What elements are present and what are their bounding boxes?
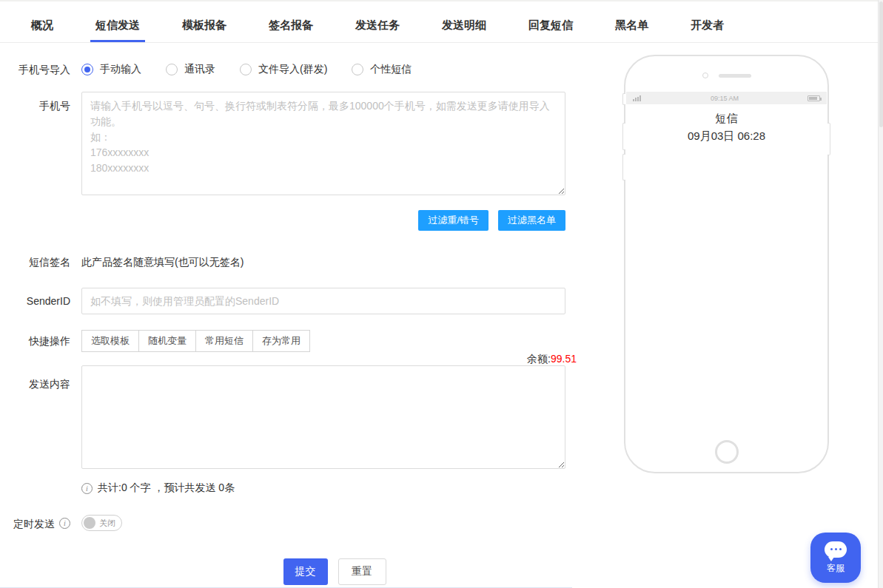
import-mode-label: 手机号导入 bbox=[0, 62, 81, 77]
battery-icon bbox=[808, 95, 820, 101]
radio-manual-input[interactable]: 手动输入 bbox=[81, 63, 141, 76]
tab-template-filing[interactable]: 模板报备 bbox=[182, 1, 226, 42]
phone-numbers-textarea[interactable] bbox=[81, 92, 565, 195]
radio-unselected-icon bbox=[166, 64, 178, 75]
phone-numbers-label: 手机号 bbox=[0, 92, 81, 198]
senderid-label: SenderID bbox=[0, 294, 81, 308]
customer-support-button[interactable]: 客服 bbox=[810, 533, 861, 583]
phone-volume-down-button bbox=[622, 154, 625, 180]
senderid-input[interactable] bbox=[81, 288, 565, 314]
page-scrollbar[interactable] bbox=[878, 0, 883, 588]
tab-overview[interactable]: 概况 bbox=[31, 1, 53, 42]
radio-selected-icon bbox=[81, 64, 93, 75]
schedule-toggle[interactable]: 关闭 bbox=[81, 515, 122, 531]
content-label: 发送内容 bbox=[0, 365, 81, 472]
char-count-text: 共计:0 个字 ，预计共发送 0条 bbox=[98, 481, 235, 495]
common-sms-button[interactable]: 常用短信 bbox=[195, 330, 253, 352]
tab-signature-filing[interactable]: 签名报备 bbox=[269, 1, 313, 42]
tab-send-tasks[interactable]: 发送任务 bbox=[355, 1, 400, 42]
save-as-common-button[interactable]: 存为常用 bbox=[252, 330, 310, 352]
toggle-state-text: 关闭 bbox=[99, 518, 115, 529]
phone-earpiece bbox=[625, 72, 827, 78]
status-bar-time: 09:15 AM bbox=[711, 95, 739, 102]
phone-power-button bbox=[827, 123, 830, 155]
sms-preview-datetime: 09月03日 06:28 bbox=[625, 129, 827, 143]
quick-actions-group: 选取模板 随机变量 常用短信 存为常用 bbox=[81, 330, 565, 352]
speaker-bar-icon bbox=[719, 74, 751, 78]
filter-blacklist-button[interactable]: 过滤黑名单 bbox=[498, 210, 565, 231]
filter-duplicates-button[interactable]: 过滤重/错号 bbox=[418, 210, 488, 231]
tab-reply-sms[interactable]: 回复短信 bbox=[528, 1, 573, 42]
phone-status-bar: 09:15 AM bbox=[626, 92, 827, 104]
balance-label: 余额: bbox=[527, 353, 551, 365]
schedule-label: 定时发送 bbox=[13, 516, 55, 531]
toggle-knob-icon bbox=[84, 517, 95, 529]
tab-developer[interactable]: 开发者 bbox=[691, 1, 724, 42]
signature-note: 此产品签名随意填写(也可以无签名) bbox=[81, 254, 565, 269]
select-template-button[interactable]: 选取模板 bbox=[81, 330, 139, 352]
sms-app-title: 短信 bbox=[625, 112, 827, 126]
reset-button[interactable]: 重置 bbox=[338, 558, 386, 585]
radio-unselected-icon bbox=[240, 64, 252, 75]
balance-value: 99.51 bbox=[551, 353, 577, 365]
sms-console-panel: 概况 短信发送 模板报备 签名报备 发送任务 发送明细 回复短信 黑名单 开发者… bbox=[0, 0, 878, 588]
tab-send-details[interactable]: 发送明细 bbox=[442, 1, 486, 42]
info-icon: i bbox=[81, 483, 93, 494]
radio-contacts[interactable]: 通讯录 bbox=[166, 63, 215, 76]
chat-bubble-icon bbox=[825, 541, 847, 558]
camera-dot-icon bbox=[702, 72, 708, 78]
top-tab-bar: 概况 短信发送 模板报备 签名报备 发送任务 发送明细 回复短信 黑名单 开发者 bbox=[0, 1, 878, 43]
tab-sms-send[interactable]: 短信发送 bbox=[95, 1, 140, 42]
tab-blacklist[interactable]: 黑名单 bbox=[615, 1, 648, 42]
schedule-label-wrap: 定时发送 i bbox=[0, 516, 81, 531]
radio-personalized-sms[interactable]: 个性短信 bbox=[352, 63, 412, 76]
phone-mute-switch bbox=[622, 93, 625, 105]
radio-unselected-icon bbox=[352, 64, 363, 75]
sms-send-form: 手机号导入 手动输入 通讯录 文件导入(群发) 个性短信 bbox=[0, 62, 592, 585]
support-label: 客服 bbox=[827, 562, 845, 575]
home-button-icon bbox=[715, 440, 739, 464]
balance-indicator: 余额:99.51 bbox=[527, 352, 577, 365]
radio-file-import[interactable]: 文件导入(群发) bbox=[240, 63, 327, 76]
scrollbar-thumb[interactable] bbox=[879, 1, 883, 127]
submit-button[interactable]: 提交 bbox=[283, 558, 328, 585]
phone-preview-mockup: 09:15 AM 短信 09月03日 06:28 bbox=[624, 55, 829, 473]
signature-label: 短信签名 bbox=[0, 254, 81, 269]
char-count-line: i 共计:0 个字 ，预计共发送 0条 bbox=[81, 481, 565, 495]
random-variable-button[interactable]: 随机变量 bbox=[138, 330, 196, 352]
sms-content-textarea[interactable] bbox=[81, 365, 565, 469]
quick-actions-label: 快捷操作 bbox=[0, 334, 81, 348]
info-icon: i bbox=[59, 518, 70, 529]
import-mode-radio-group: 手动输入 通讯录 文件导入(群发) 个性短信 bbox=[81, 63, 565, 76]
signal-bars-icon bbox=[633, 95, 642, 101]
